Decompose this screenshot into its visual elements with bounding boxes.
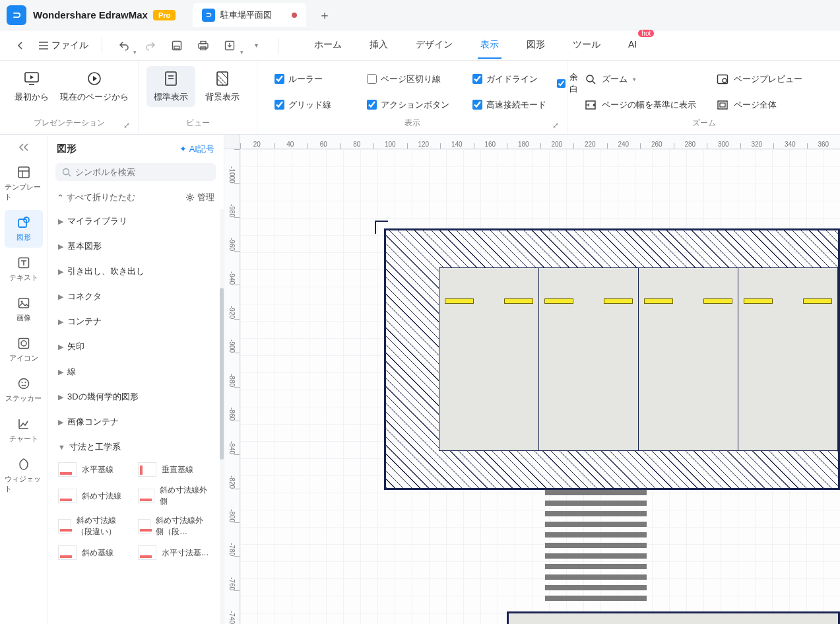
cat-container[interactable]: ▶コンテナ	[53, 309, 214, 334]
manage-button[interactable]: 管理	[185, 191, 214, 203]
shape-item[interactable]: 斜め寸法線（段違い）	[57, 512, 131, 540]
print-button[interactable]	[195, 37, 212, 54]
tab-design[interactable]: デザイン	[413, 32, 455, 59]
nav-icon[interactable]: アイコン	[5, 331, 43, 368]
crosswalk[interactable]	[545, 490, 647, 601]
fold-all-button[interactable]: ⌃すべて折りたたむ	[57, 191, 135, 203]
parking-slot[interactable]	[738, 268, 837, 450]
group-label: 表示⤢	[265, 118, 559, 131]
back-button[interactable]	[12, 37, 29, 54]
shape-item[interactable]: 垂直基線	[137, 460, 211, 479]
whole-page-button[interactable]: ページ全体	[714, 96, 806, 114]
checkbox[interactable]	[367, 74, 377, 84]
nav-sticker[interactable]: ステッカー	[5, 371, 43, 409]
present-from-start-button[interactable]: 最初から	[8, 66, 56, 107]
scrollbar-thumb[interactable]	[220, 288, 224, 460]
tab-tool[interactable]: ツール	[570, 32, 603, 59]
guide-check[interactable]: ガイドライン	[472, 70, 553, 88]
shape-item[interactable]: 斜め寸法線	[57, 482, 131, 510]
lower-structure[interactable]	[507, 611, 840, 624]
nav-template[interactable]: テンプレート	[5, 160, 43, 207]
ruler-check[interactable]: ルーラー	[275, 70, 348, 88]
zoom-button[interactable]: ズーム▾	[582, 70, 701, 88]
cat-imgcontainer[interactable]: ▶画像コンテナ	[53, 409, 214, 434]
undo-button[interactable]: ▾	[115, 37, 133, 54]
drawing-canvas[interactable]	[240, 149, 840, 624]
cat-arrow[interactable]: ▶矢印	[53, 334, 214, 359]
cat-3d[interactable]: ▶3Dの幾何学的図形	[53, 384, 214, 409]
shape-item[interactable]: 斜め寸法線外側（段…	[137, 512, 211, 540]
tab-shape[interactable]: 図形	[524, 32, 548, 59]
panel-scrollbar[interactable]	[220, 209, 224, 624]
fit-width-button[interactable]: ページの幅を基準に表示	[582, 96, 701, 114]
cat-line[interactable]: ▶線	[53, 359, 214, 384]
car-stop[interactable]	[803, 298, 832, 304]
nav-shape[interactable]: 図形	[5, 210, 43, 248]
cat-callout[interactable]: ▶引き出し、吹き出し	[53, 259, 214, 284]
checkbox[interactable]	[472, 100, 482, 110]
car-stop[interactable]	[703, 298, 732, 304]
more-button[interactable]: ▾	[247, 37, 265, 54]
standard-view-button[interactable]: 標準表示	[146, 66, 195, 107]
cat-mylibrary[interactable]: ▶マイライブラリ	[53, 209, 214, 234]
present-from-current-button[interactable]: 現在のページから	[59, 66, 130, 107]
save-button[interactable]	[168, 37, 185, 54]
ruler-horizontal[interactable]: 2040608010012014016018020022024026028030…	[240, 135, 840, 149]
parking-floor[interactable]	[439, 267, 838, 451]
pagebreak-check[interactable]: ページ区切り線	[367, 70, 454, 88]
add-tab-button[interactable]: ＋	[317, 7, 333, 23]
nav-text[interactable]: テキスト	[5, 250, 43, 288]
redo-button[interactable]	[142, 37, 159, 54]
nav-widget[interactable]: ウィジェット	[5, 452, 43, 499]
tab-insert[interactable]: 挿入	[367, 32, 391, 59]
shape-item[interactable]: 斜め基線	[57, 543, 131, 563]
tab-ai[interactable]: AIhot	[626, 32, 639, 59]
symbol-search[interactable]	[55, 163, 216, 181]
checkbox[interactable]	[275, 74, 284, 84]
expand-icon[interactable]: ⤢	[123, 121, 130, 130]
label: 高速接続モード	[486, 99, 546, 111]
fastconnect-check[interactable]: 高速接続モード	[472, 96, 553, 114]
expand-icon[interactable]: ⤢	[552, 121, 559, 130]
ruler-vertical[interactable]: -1000-980-960-940-920-900-880-860-840-82…	[224, 149, 240, 624]
cat-dimension[interactable]: ▼寸法と工学系	[53, 434, 214, 460]
car-stop[interactable]	[744, 298, 773, 304]
tab-home[interactable]: ホーム	[311, 32, 344, 59]
nav-image[interactable]: 画像	[5, 291, 43, 328]
parking-slot[interactable]	[638, 268, 738, 450]
nav-chart[interactable]: チャート	[5, 411, 43, 449]
export-button[interactable]: ▾	[221, 37, 238, 54]
search-input[interactable]	[75, 167, 209, 177]
shape-item[interactable]: 水平寸法基…	[137, 543, 211, 563]
page-preview-button[interactable]: ページプレビュー	[714, 70, 806, 88]
ai-symbol-button[interactable]: ✦AI記号	[179, 143, 214, 155]
parking-slot[interactable]	[439, 268, 538, 450]
checkbox[interactable]	[557, 79, 565, 88]
background-view-button[interactable]: 背景表示	[198, 66, 247, 107]
shape-item[interactable]: 斜め寸法線外側	[137, 482, 211, 510]
checkbox[interactable]	[367, 100, 377, 110]
cat-connector[interactable]: ▶コネクタ	[53, 284, 214, 309]
parking-slot[interactable]	[538, 268, 638, 450]
car-stop[interactable]	[504, 298, 533, 304]
cat-basic[interactable]: ▶基本図形	[53, 234, 214, 259]
checkbox[interactable]	[275, 100, 284, 110]
svg-rect-20	[18, 298, 28, 308]
icon-icon	[16, 336, 31, 351]
file-menu-button[interactable]: ファイル	[38, 40, 88, 52]
actionbtn-check[interactable]: アクションボタン	[367, 96, 454, 114]
car-stop[interactable]	[604, 298, 633, 304]
category-list[interactable]: ▶マイライブラリ ▶基本図形 ▶引き出し、吹き出し ▶コネクタ ▶コンテナ ▶矢…	[48, 209, 220, 624]
grid-check[interactable]: グリッド線	[275, 96, 348, 114]
shape-item[interactable]: 水平基線	[57, 460, 131, 479]
car-stop[interactable]	[445, 298, 474, 304]
building-outline[interactable]	[384, 228, 840, 490]
car-stop[interactable]	[544, 298, 573, 304]
collapse-button[interactable]	[18, 143, 30, 152]
car-stop[interactable]	[644, 298, 673, 304]
checkbox[interactable]	[472, 74, 482, 84]
label: 斜め寸法線外側	[160, 485, 209, 507]
document-tab[interactable]: ⊃ 駐車場平面図	[193, 3, 306, 27]
canvas-area[interactable]: 2040608010012014016018020022024026028030…	[224, 135, 840, 624]
tab-view[interactable]: 表示	[478, 32, 501, 59]
